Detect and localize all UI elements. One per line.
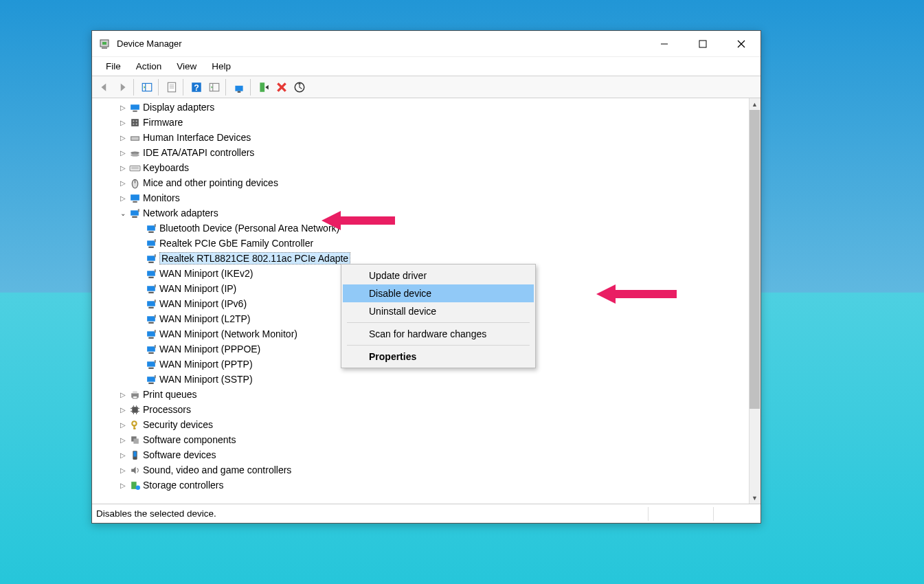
storage-icon [129,480,141,491]
disable-device-button[interactable] [291,79,308,96]
scan-hardware-button[interactable] [206,79,223,96]
expander-icon[interactable]: ▷ [118,465,128,475]
expander-icon[interactable]: ▷ [118,420,128,429]
svg-rect-17 [235,85,243,91]
tree-label: Human Interface Devices [143,132,251,143]
expander-icon[interactable]: ▷ [118,390,128,399]
context-update-driver[interactable]: Update driver [343,267,534,284]
menu-help[interactable]: Help [205,59,238,74]
tree-node-processors[interactable]: ▷ Processors [92,402,760,417]
expander-icon[interactable]: ▷ [118,163,128,172]
svg-rect-69 [148,352,153,353]
svg-rect-28 [133,123,134,124]
expander-icon[interactable]: ▷ [118,178,128,188]
expander-icon[interactable]: ▷ [118,102,128,112]
show-hide-tree-button[interactable] [139,79,155,96]
close-button[interactable] [722,31,760,57]
tree-label: IDE ATA/ATAPI controllers [143,147,254,158]
tree-node-mice[interactable]: ▷ Mice and other pointing devices [92,175,760,190]
context-properties[interactable]: Properties [343,348,534,366]
sound-icon [129,464,141,476]
svg-rect-54 [148,276,153,278]
expander-icon[interactable]: ▷ [118,480,128,490]
device-manager-icon [99,38,110,49]
svg-rect-91 [133,427,135,429]
tree-label: Print queues [143,389,197,400]
tree-label: Realtek PCIe GbE Family Controller [159,238,313,249]
tree-node-software-devices[interactable]: ▷ Software devices [92,447,760,462]
tree-label: Security devices [143,419,213,430]
svg-rect-9 [168,82,175,92]
scroll-up-icon[interactable]: ▲ [749,98,760,110]
tree-node-network-adapters[interactable]: ⌄ Network adapters [92,205,760,221]
tree-label: WAN Miniport (Network Monitor) [159,328,297,339]
tree-label: WAN Miniport (PPPOE) [159,344,260,355]
tree-label: Firmware [143,117,183,128]
tree-node-monitors[interactable]: ▷ Monitors [92,190,760,205]
svg-rect-73 [155,360,156,363]
help-button[interactable]: ? [188,79,205,96]
tree-node-sound[interactable]: ▷ Sound, video and game controllers [92,462,760,478]
enable-device-button[interactable] [256,79,272,96]
tree-label: WAN Miniport (IKEv2) [159,268,253,279]
expander-icon[interactable]: ▷ [118,117,128,127]
context-scan-hardware[interactable]: Scan for hardware changes [343,325,534,343]
network-adapter-icon [146,328,157,340]
scrollbar-thumb[interactable] [750,110,760,409]
forward-button[interactable] [114,79,131,96]
tree-node-storage[interactable]: ▷ Storage controllers [92,478,760,493]
tree-node-security-devices[interactable]: ▷ Security devices [92,417,760,432]
tree-node-software-components[interactable]: ▷ Software components [92,432,760,447]
tree-node-ide[interactable]: ▷ IDE ATA/ATAPI controllers [92,145,760,160]
uninstall-device-button[interactable] [273,79,290,96]
context-separator [347,322,530,323]
tree-node-display-adapters[interactable]: ▷ Display adapters [92,100,760,115]
svg-rect-51 [148,261,153,262]
menu-view[interactable]: View [170,59,203,74]
expander-icon[interactable]: ▷ [118,405,128,414]
svg-rect-2 [102,47,107,49]
menu-file[interactable]: File [99,59,128,74]
tree-node-firmware[interactable]: ▷ Firmware [92,115,760,130]
tree-node-network-child[interactable]: WAN Miniport (SSTP) [92,372,760,387]
svg-rect-96 [131,482,136,489]
svg-rect-56 [147,286,155,291]
expander-icon[interactable]: ⌄ [118,208,128,218]
svg-rect-71 [147,361,155,366]
tree-node-network-child[interactable]: Bluetooth Device (Personal Area Network) [92,221,760,236]
svg-text:?: ? [194,82,199,92]
expander-icon[interactable]: ▷ [118,435,128,445]
menu-action[interactable]: Action [129,59,169,74]
svg-rect-39 [131,194,139,201]
tree-node-print-queues[interactable]: ▷ Print queues [92,387,760,402]
status-text: Disables the selected device. [96,508,646,519]
monitor-icon [129,192,141,204]
network-adapter-icon [146,313,157,325]
window-title: Device Manager [117,38,182,49]
statusbar: Disables the selected device. [92,504,760,523]
minimize-button[interactable] [645,31,684,57]
tree-node-keyboards[interactable]: ▷ Keyboards [92,160,760,175]
titlebar[interactable]: Device Manager [92,31,760,57]
svg-rect-60 [148,306,153,308]
expander-icon[interactable]: ▷ [118,148,128,157]
scroll-down-icon[interactable]: ▼ [749,492,760,504]
tree-node-hid[interactable]: ▷ Human Interface Devices [92,130,760,145]
expander-icon[interactable]: ▷ [118,450,128,460]
svg-rect-45 [148,231,153,232]
context-disable-device[interactable]: Disable device [343,284,534,302]
processor-icon [129,404,141,416]
expander-icon[interactable]: ▷ [118,133,128,142]
scrollbar[interactable]: ▲ ▼ [749,98,760,504]
properties-button[interactable] [164,79,180,96]
context-uninstall-device[interactable]: Uninstall device [343,302,534,320]
svg-rect-49 [155,239,156,242]
maximize-button[interactable] [684,31,722,57]
update-driver-button[interactable] [231,79,247,96]
tree-node-network-child[interactable]: Realtek PCIe GbE Family Controller [92,236,760,251]
svg-rect-1 [102,42,106,45]
svg-rect-46 [155,224,156,227]
expander-icon[interactable]: ▷ [118,193,128,203]
svg-point-33 [131,153,139,156]
back-button[interactable] [96,79,113,96]
